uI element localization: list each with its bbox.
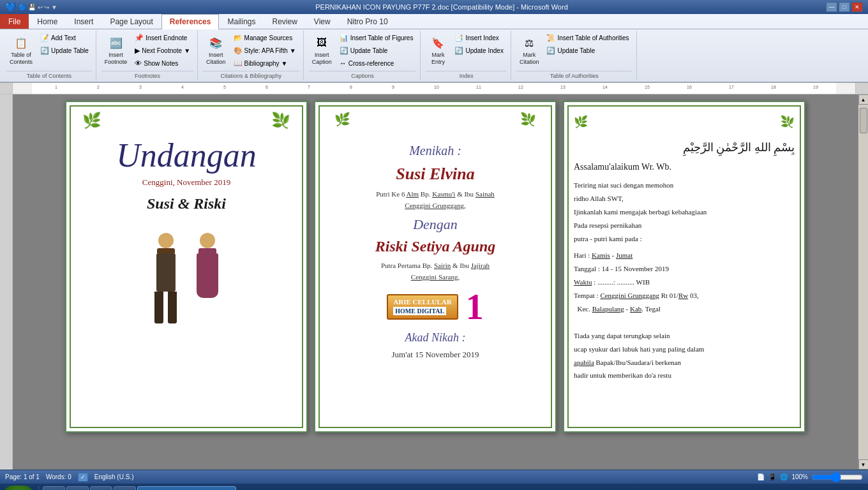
caption-label: InsertCaption (312, 52, 332, 66)
taskbar-chrome-button[interactable]: 🔵 (90, 486, 112, 490)
groom-name: Riski Setiya Agung (325, 238, 546, 255)
line1: Teriring niat suci dengan memohon (574, 179, 795, 192)
scroll-thumb[interactable] (860, 108, 867, 133)
scroll-down-button[interactable]: ▼ (858, 459, 869, 470)
tab-insert[interactable]: Insert (66, 14, 101, 29)
insert-figures-button[interactable]: 📊 Insert Table of Figures (336, 32, 417, 44)
brand-row: ARIE CELLULAR HOME DIGITAL 1 (325, 289, 546, 325)
bride-name: Susi Elvina (325, 165, 546, 184)
minimize-button[interactable]: — (826, 2, 837, 12)
insert-index-button[interactable]: 📑 Insert Index (451, 32, 507, 44)
citations-col: 📂 Manage Sources 🎨 Style: APA Fifth▼ 📖 B… (230, 32, 299, 70)
insert-footnote-button[interactable]: 🔤 InsertFootnote (101, 32, 131, 68)
ruler-left-margin (0, 83, 13, 94)
update-toc-button[interactable]: 🔄 Update Table (37, 45, 92, 57)
tab-references[interactable]: References (161, 14, 220, 29)
footnote-label: InsertFootnote (105, 52, 128, 66)
manage-sources-button[interactable]: 📂 Manage Sources (230, 32, 299, 44)
maximize-button[interactable]: □ (839, 2, 850, 12)
undangan-subtitle: Cenggini, November 2019 (76, 177, 297, 188)
zoom-level: 100% (791, 473, 808, 480)
hari-label: Hari : Kamis - Jumat (574, 249, 795, 262)
view-btn-print[interactable]: 📄 (757, 473, 765, 480)
dengan-text: Dengan (325, 216, 546, 233)
closing2: ucap syukur dari lubuk hati yang paling … (574, 343, 795, 356)
window-title: PERNIKAHAN ICON PAYUNG P77F 2.doc [Compa… (57, 3, 826, 11)
mark-citation-icon: ⚖ (520, 34, 538, 52)
view-btn-fullscreen[interactable]: 📱 (768, 473, 776, 480)
taskbar-folder-button[interactable]: 📁 (66, 486, 89, 490)
page1-content: 🌿 🌿 Undangan Cenggini, November 2019 Sus… (66, 102, 306, 338)
update-caption-button[interactable]: 🔄 Update Table (336, 45, 417, 57)
table-of-contents-button[interactable]: 📋 Table ofContents (6, 32, 36, 68)
tab-home[interactable]: Home (29, 14, 66, 29)
mark-entry-button[interactable]: 🔖 MarkEntry (426, 32, 450, 68)
closing3: apabila Bapak/Ibu/Saudara/i berkenan (574, 356, 795, 369)
update-toc-icon: 🔄 (40, 47, 49, 55)
undangan-title: Undangan (76, 137, 297, 174)
scroll-track (859, 105, 868, 459)
ribbon-tabs: File Home Insert Page Layout References … (0, 14, 868, 29)
tab-review[interactable]: Review (264, 14, 306, 29)
scroll-up-button[interactable]: ▲ (858, 94, 869, 105)
cross-ref-icon: ↔ (340, 59, 347, 67)
captions-group-label: Captions (309, 71, 417, 79)
page2-flowers: 🌿 🌿 (325, 112, 546, 137)
update-authorities-button[interactable]: 🔄 Update Table (543, 45, 632, 57)
tab-nitro[interactable]: Nitro Pro 10 (339, 14, 396, 29)
style-selector[interactable]: 🎨 Style: APA Fifth▼ (230, 45, 299, 57)
couple-names: Susi & Riski (76, 195, 297, 212)
document-area[interactable]: 🌿 🌿 Undangan Cenggini, November 2019 Sus… (13, 94, 858, 470)
cross-reference-button[interactable]: ↔ Cross-reference (336, 57, 417, 69)
view-btn-web[interactable]: 🌐 (780, 473, 788, 480)
show-notes-button[interactable]: 👁 Show Notes (131, 57, 193, 69)
groom-figure (147, 233, 185, 322)
ruler-right-margin (855, 83, 868, 94)
update-toc-label: Update Table (51, 47, 89, 54)
page-1: 🌿 🌿 Undangan Cenggini, November 2019 Sus… (65, 101, 308, 433)
status-icon-spell[interactable]: ✓ (78, 473, 88, 482)
ribbon: File Home Insert Page Layout References … (0, 14, 868, 83)
status-left: Page: 1 of 1 Words: 0 ✓ English (U.S.) (5, 473, 133, 482)
couple-illustration (138, 220, 234, 322)
tab-file[interactable]: File (0, 14, 29, 29)
scrollbar-right[interactable]: ▲ ▼ (858, 94, 868, 470)
taskbar-word-button[interactable]: W PERNIKAHAN ICON PAY... (137, 486, 236, 490)
big-number: 1 (466, 289, 484, 325)
group-footnotes: 🔤 InsertFootnote 📌 Insert Endnote ▶ Next… (98, 31, 198, 80)
mark-citation-label: MarkCitation (520, 52, 539, 66)
next-footnote-button[interactable]: ▶ Next Footnote▼ (131, 45, 193, 57)
citation-label: InsertCitation (206, 52, 226, 66)
title-bar-controls[interactable]: — □ ✕ (826, 2, 863, 12)
insert-caption-button[interactable]: 🖼 InsertCaption (309, 32, 335, 68)
style-label: Style: APA Fifth (244, 47, 288, 54)
pages-container: 🌿 🌿 Undangan Cenggini, November 2019 Sus… (65, 101, 805, 463)
insert-authorities-button[interactable]: 📜 Insert Table of Authorities (543, 32, 632, 44)
zoom-slider[interactable] (812, 474, 863, 480)
insert-citation-button[interactable]: 📚 InsertCitation (203, 32, 229, 68)
captions-content: 🖼 InsertCaption 📊 Insert Table of Figure… (309, 32, 417, 70)
assalamu-text: Assalamu'alaikum Wr. Wb. (574, 162, 795, 172)
tab-mailings[interactable]: Mailings (219, 14, 264, 29)
citation-icon: 📚 (207, 34, 225, 52)
update-index-icon: 🔄 (454, 47, 463, 55)
close-button[interactable]: ✕ (851, 2, 863, 12)
taskbar-ps-button[interactable]: 🎨 (114, 486, 136, 490)
add-text-button[interactable]: 📝 Add Text (37, 32, 92, 44)
start-button[interactable]: ⊞ (3, 486, 34, 490)
page2-content: 🌿 🌿 Menikah : Susi Elvina Putri Ke 6 Alm… (315, 102, 555, 369)
bibliography-button[interactable]: 📖 Bibliography▼ (230, 57, 299, 70)
manage-sources-label: Manage Sources (244, 34, 293, 41)
line5: putra - putri kami pada : (574, 232, 795, 246)
line4: Pada resepsi pernikahan (574, 219, 795, 232)
endnote-icon: 📌 (135, 34, 144, 42)
insert-endnote-button[interactable]: 📌 Insert Endnote (131, 32, 193, 44)
tab-view[interactable]: View (306, 14, 339, 29)
taskbar-ie-button[interactable]: 🌐 (43, 486, 65, 490)
authorities-label: Insert Table of Authorities (557, 34, 629, 41)
mark-citation-button[interactable]: ⚖ MarkCitation (516, 32, 542, 68)
tab-pagelayout[interactable]: Page Layout (101, 14, 161, 29)
bibliography-label: Bibliography (244, 60, 280, 67)
lang-status: English (U.S.) (94, 473, 134, 480)
update-index-button[interactable]: 🔄 Update Index (451, 45, 507, 57)
